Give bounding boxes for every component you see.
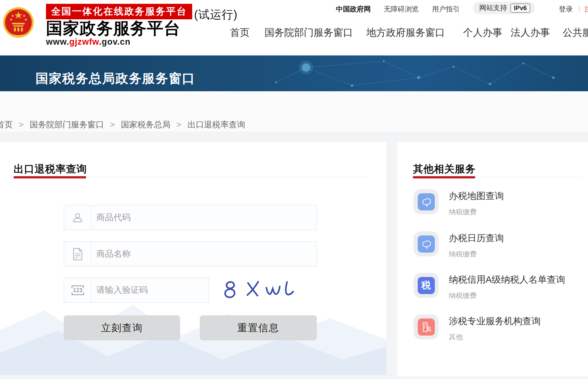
- breadcrumb-separator: >: [19, 120, 23, 129]
- service-label: 涉税专业服务机构查询: [449, 315, 541, 328]
- ipv6-pill-label: 网站支持: [479, 3, 507, 13]
- nav-local-gov-windows[interactable]: 地方政府服务窗口: [366, 26, 445, 39]
- title-accent-bar: [413, 176, 475, 178]
- register-link[interactable]: 注册: [585, 4, 588, 14]
- building-icon: [414, 314, 439, 339]
- related-panel-title: 其他相关服务: [413, 162, 476, 176]
- product-code-field: [64, 205, 317, 230]
- service-category: 纳税缴费: [449, 249, 477, 259]
- map-icon: [414, 189, 439, 214]
- breadcrumb-tax-administration[interactable]: 国家税务总局: [121, 120, 170, 129]
- link-gov-cn[interactable]: 中国政府网: [336, 4, 371, 14]
- national-emblem-icon: [3, 2, 34, 43]
- breadcrumb-state-council[interactable]: 国务院部门服务窗口: [30, 120, 104, 129]
- nav-legal-person-affairs[interactable]: 法人办事: [511, 26, 550, 39]
- product-name-field: [64, 241, 317, 267]
- site-url: www.gjzwfw.gov.cn: [46, 37, 192, 47]
- logo-text: 全国一体化在线政务服务平台 国家政务服务平台 www.gjzwfw.gov.cn: [46, 4, 192, 47]
- breadcrumb: 首页 > 国务院部门服务窗口 > 国家税务总局 > 出口退税率查询: [0, 119, 245, 130]
- numbers-icon: 123: [64, 278, 91, 302]
- service-category: 纳税缴费: [449, 207, 477, 217]
- banner-title: 国家税务总局政务服务窗口: [36, 70, 195, 87]
- site-url-tld: .gov.cn: [99, 37, 131, 47]
- nav-state-council-windows[interactable]: 国务院部门服务窗口: [265, 26, 353, 39]
- map-icon: [414, 231, 439, 256]
- related-services-panel: 其他相关服务 办税地图查询 纳税缴费: [397, 142, 588, 376]
- captcha-field: 123: [64, 278, 209, 303]
- title-accent-bar: [14, 176, 86, 178]
- service-category: 纳税缴费: [449, 291, 477, 300]
- ipv6-badge: IPv6: [510, 3, 530, 13]
- breadcrumb-separator: >: [110, 120, 115, 129]
- trial-run-label: (试运行): [194, 7, 238, 22]
- breadcrumb-home[interactable]: 首页: [0, 120, 13, 129]
- site-name: 国家政务服务平台: [46, 19, 192, 37]
- logo-banner: 全国一体化在线政务服务平台: [46, 4, 192, 19]
- service-category: 其他: [449, 332, 463, 342]
- product-name-input[interactable]: [91, 242, 317, 266]
- service-item-tax-calendar[interactable]: 办税日历查询 纳税缴费: [414, 231, 578, 263]
- svg-text:123: 123: [73, 287, 82, 293]
- service-label: 纳税信用A级纳税人名单查询: [449, 273, 565, 286]
- query-panel-title: 出口退税率查询: [14, 162, 87, 176]
- reset-button[interactable]: 重置信息: [200, 315, 317, 340]
- service-item-tax-agency[interactable]: 涉税专业服务机构查询 其他: [414, 314, 578, 346]
- breadcrumb-separator: >: [177, 120, 181, 129]
- ipv6-support-pill[interactable]: 网站支持 IPv6: [473, 2, 535, 14]
- service-item-tax-map[interactable]: 办税地图查询 纳税缴费: [414, 189, 578, 221]
- department-banner: 国家税务总局政务服务窗口: [0, 55, 588, 91]
- site-url-www: www.: [46, 37, 69, 47]
- page: { "header": { "logo": { "banner_text": "…: [0, 0, 588, 379]
- service-label: 办税地图查询: [449, 190, 504, 202]
- document-icon: [64, 242, 91, 266]
- site-header: 全国一体化在线政务服务平台 国家政务服务平台 www.gjzwfw.gov.cn…: [0, 0, 588, 55]
- page-body: 出口退税率查询: [0, 132, 588, 379]
- login-link[interactable]: 登录: [559, 4, 573, 14]
- captcha-input[interactable]: [91, 278, 209, 302]
- query-submit-button[interactable]: 立刻查询: [64, 315, 180, 340]
- site-url-domain: gjzwfw: [69, 37, 99, 47]
- link-accessibility[interactable]: 无障碍浏览: [384, 4, 419, 14]
- service-item-credit-a-list[interactable]: 税 纳税信用A级纳税人名单查询 纳税缴费: [414, 273, 578, 305]
- nav-home[interactable]: 首页: [230, 26, 250, 39]
- mountain-background: [0, 292, 386, 375]
- captcha-image[interactable]: [219, 277, 301, 304]
- user-icon: [64, 205, 91, 230]
- nav-public-services[interactable]: 公共服务: [563, 26, 588, 39]
- breadcrumb-current: 出口退税率查询: [187, 120, 245, 129]
- tax-icon: 税: [414, 273, 439, 298]
- query-panel: 出口退税率查询: [0, 142, 386, 375]
- link-user-guide[interactable]: 用户指引: [432, 4, 460, 14]
- breadcrumb-strip: 首页 > 国务院部门服务窗口 > 国家税务总局 > 出口退税率查询: [0, 91, 588, 132]
- nav-personal-affairs[interactable]: 个人办事: [463, 26, 502, 39]
- login-register-divider: |: [578, 4, 580, 12]
- product-code-input[interactable]: [91, 205, 317, 230]
- service-label: 办税日历查询: [449, 232, 504, 245]
